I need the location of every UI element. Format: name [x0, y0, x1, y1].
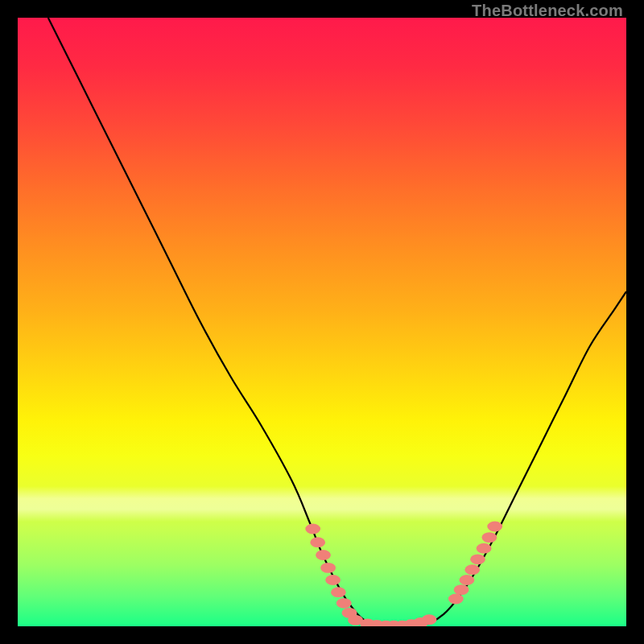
marker-dot [487, 522, 502, 532]
marker-dot [460, 575, 475, 585]
marker-dot [477, 543, 492, 554]
marker-dot [482, 532, 497, 543]
marker-dot [305, 524, 320, 535]
marker-dot [325, 575, 341, 585]
marker-dot [464, 564, 480, 575]
chart-frame [18, 18, 626, 626]
marker-dot [336, 598, 352, 609]
marker-dot [422, 614, 437, 625]
marker-dot [454, 584, 469, 595]
marker-dot [310, 537, 325, 547]
marker-dots [305, 522, 502, 626]
marker-dot [470, 554, 485, 564]
marker-dot [331, 587, 346, 597]
chart-svg [18, 18, 626, 626]
marker-dot [320, 563, 336, 573]
marker-dot [316, 550, 331, 560]
bottleneck-curve [48, 18, 626, 626]
marker-dot [448, 594, 464, 605]
